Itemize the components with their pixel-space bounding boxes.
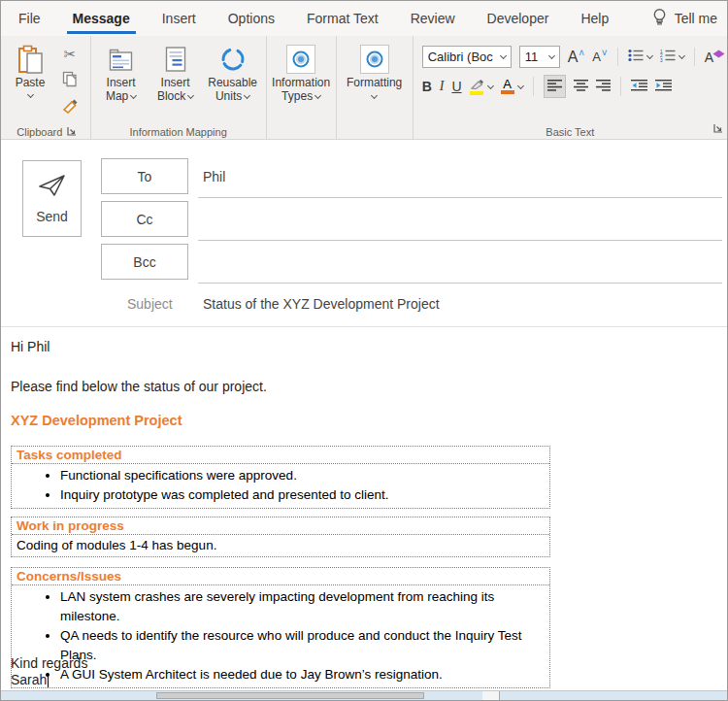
grow-font-button[interactable]: A˄: [568, 49, 585, 66]
clipboard-group: Paste ✂ Clipboard: [4, 36, 91, 139]
font-color-button[interactable]: A: [501, 79, 514, 94]
bold-glyph: B: [422, 79, 432, 94]
to-field-value[interactable]: Phil: [203, 169, 225, 184]
insert-block-label-2: Block: [157, 89, 185, 103]
chevron-down-icon: [548, 52, 555, 59]
bcc-field-underline[interactable]: [198, 283, 722, 284]
font-name-combo[interactable]: Calibri (Boc: [422, 46, 512, 68]
tab-options[interactable]: Options: [228, 1, 275, 36]
bcc-label: Bcc: [133, 254, 155, 270]
information-mapping-group-label: Information Mapping: [129, 126, 226, 138]
scissors-icon: ✂: [64, 46, 77, 63]
cut-button[interactable]: ✂: [59, 45, 81, 64]
font-color-glyph: A: [503, 79, 512, 89]
reusable-units-icon: [219, 43, 247, 76]
horizontal-scrollbar[interactable]: [1, 690, 727, 700]
section-text: Coding of modules 1-4 has begun.: [12, 535, 549, 556]
chevron-down-icon: [500, 52, 507, 59]
formatting-group: Formatting: [337, 36, 414, 139]
clear-formatting-button[interactable]: A: [705, 50, 722, 65]
increase-indent-icon: [655, 79, 672, 94]
tab-help[interactable]: Help: [580, 1, 609, 36]
cc-button[interactable]: Cc: [101, 201, 188, 237]
information-mapping-group: Insert Map Insert Block: [91, 36, 267, 139]
font-size-combo[interactable]: 11: [519, 46, 560, 68]
chevron-down-icon: [517, 82, 524, 88]
highlight-color-bar: [470, 91, 483, 95]
align-left-button[interactable]: [544, 75, 566, 98]
section-heading: Concerns/Issues: [12, 568, 549, 585]
reusable-units-button[interactable]: Reusable Units: [203, 39, 263, 103]
insert-block-button[interactable]: Insert Block: [149, 39, 203, 103]
underline-button[interactable]: U: [451, 79, 461, 94]
bcc-button[interactable]: Bcc: [101, 244, 188, 280]
information-types-label-2: Types: [281, 89, 313, 103]
scrollbar-gap: [482, 691, 500, 700]
bold-button[interactable]: B: [422, 79, 432, 94]
pane-divider: [499, 691, 500, 700]
chevron-down-icon: [187, 91, 194, 98]
chevron-down-icon: [678, 52, 685, 59]
format-painter-button[interactable]: [59, 97, 81, 117]
copy-icon: [62, 71, 78, 90]
header-body-divider: [1, 326, 727, 327]
information-types-icon: [286, 45, 315, 74]
tab-file[interactable]: File: [18, 1, 41, 36]
clipboard-dialog-launcher-icon[interactable]: [67, 126, 77, 138]
status-box-tasks-completed: Tasks completed Functional specification…: [11, 446, 550, 509]
signature-text: Sarah: [11, 672, 47, 687]
to-label: To: [138, 169, 152, 184]
subject-field-value[interactable]: Status of the XYZ Development Project: [203, 296, 440, 312]
shrink-font-glyph: A: [592, 50, 601, 64]
horizontal-scrollbar-thumb[interactable]: [156, 692, 424, 699]
chevron-down-icon: [130, 91, 137, 98]
tab-insert[interactable]: Insert: [162, 1, 196, 36]
chevron-down-icon: [244, 91, 250, 98]
paste-button[interactable]: Paste: [7, 39, 53, 97]
tab-review[interactable]: Review: [411, 1, 455, 36]
formatting-button[interactable]: Formatting: [340, 39, 410, 98]
status-box-concerns-issues: Concerns/Issues LAN system crashes are s…: [11, 567, 550, 688]
increase-indent-button[interactable]: [655, 79, 672, 94]
highlight-button[interactable]: [470, 79, 484, 95]
to-button[interactable]: To: [101, 158, 188, 194]
italic-button[interactable]: I: [440, 79, 445, 94]
align-center-button[interactable]: [574, 79, 588, 94]
send-label: Send: [36, 209, 68, 224]
numbering-button[interactable]: 123: [660, 49, 684, 65]
tab-format-text[interactable]: Format Text: [307, 1, 379, 36]
basic-text-group-label: Basic Text: [546, 126, 594, 138]
bullet-item: QA needs to identify the resource who wi…: [60, 626, 549, 665]
basic-text-dialog-launcher-icon[interactable]: [713, 119, 723, 137]
send-button[interactable]: Send: [22, 160, 82, 237]
tell-me[interactable]: Tell me: [652, 8, 717, 30]
to-field-underline[interactable]: [198, 197, 722, 198]
chevron-down-icon: [26, 91, 33, 98]
insert-map-button[interactable]: Insert Map: [94, 39, 149, 103]
information-types-button[interactable]: Information Types: [270, 39, 333, 103]
signature-line: Sarah: [11, 672, 49, 687]
align-right-button[interactable]: [596, 79, 611, 94]
insert-map-label-1: Insert: [107, 76, 136, 89]
information-types-group: Information Types: [267, 36, 337, 139]
ribbon-tab-bar: File Message Insert Options Format Text …: [1, 1, 727, 36]
chevron-down-icon: [314, 91, 321, 98]
clipboard-group-label: Clipboard: [17, 126, 62, 138]
section-heading: Work in progress: [12, 517, 549, 535]
bullet-item: LAN system crashes are severely impactin…: [60, 587, 549, 626]
decrease-indent-button[interactable]: [631, 79, 647, 94]
copy-button[interactable]: [59, 71, 81, 90]
bullets-button[interactable]: [628, 49, 652, 65]
project-title: XYZ Development Project: [11, 413, 182, 428]
tab-message[interactable]: Message: [73, 1, 130, 36]
closing-text: Kind regards: [11, 655, 87, 671]
chevron-down-icon: [371, 92, 378, 99]
chevron-down-icon: [487, 82, 494, 88]
subject-label: Subject: [127, 296, 173, 312]
outlook-compose-window: File Message Insert Options Format Text …: [0, 0, 728, 701]
tab-developer[interactable]: Developer: [487, 1, 549, 36]
cc-field-underline[interactable]: [198, 240, 722, 241]
align-center-icon: [574, 79, 588, 94]
insert-block-icon: [164, 43, 187, 76]
shrink-font-button[interactable]: A˅: [592, 50, 608, 64]
